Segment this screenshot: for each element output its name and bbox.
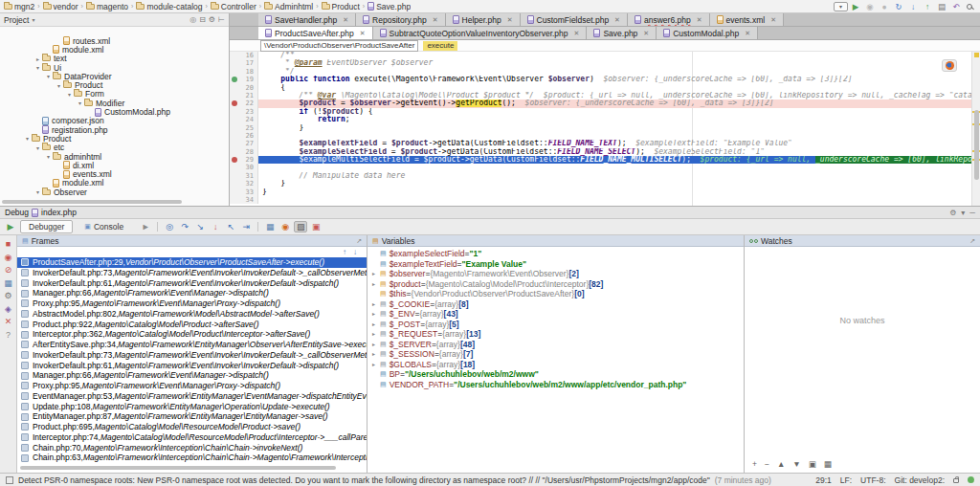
- editor-scrollbar-vertical[interactable]: [971, 52, 980, 206]
- close-tab-icon[interactable]: ✕: [697, 16, 702, 24]
- code-line-19[interactable]: 19 public function execute(\Magento\Fram…: [230, 76, 980, 83]
- search-icon[interactable]: [967, 4, 972, 10]
- expand-arrow-icon[interactable]: ▸: [372, 360, 380, 370]
- tool-window-toggle-icon[interactable]: [6, 476, 13, 484]
- breadcrumb-item-magento[interactable]: magento: [86, 2, 128, 11]
- coverage-disabled-icon[interactable]: ●: [878, 2, 891, 11]
- help-icon[interactable]: ?: [0, 329, 16, 342]
- restore-layout-icon[interactable]: ▦: [0, 277, 16, 291]
- frame-row[interactable]: EntityManager.php:87, Magento\Framework\…: [17, 411, 367, 422]
- variable-row-server[interactable]: ▸▤$_SERVER = {array} [48]: [368, 340, 744, 350]
- editor-breadcrumb-member[interactable]: execute: [423, 41, 457, 51]
- tree-toggle-icon[interactable]: ▾: [44, 73, 53, 79]
- tab-answer6-php[interactable]: answer6.php✕: [628, 13, 710, 26]
- mute-breakpoints-icon[interactable]: ⊘: [0, 264, 16, 277]
- tab-savehandler-php[interactable]: SaveHandler.php✕: [258, 13, 356, 26]
- variable-row-this[interactable]: ▤$this = {Vendor\Product\Observer\Produc…: [368, 289, 744, 299]
- expand-icon[interactable]: ↗: [356, 237, 362, 245]
- close-tab-icon[interactable]: ✕: [343, 16, 348, 24]
- frame-row[interactable]: InvokerDefault.php:61, Magento\Framework…: [17, 361, 367, 371]
- breadcrumb-item-vendor[interactable]: vendor: [43, 2, 78, 11]
- tree-item-etc[interactable]: ▾etc: [0, 144, 229, 152]
- expand-arrow-icon[interactable]: ▸: [372, 329, 380, 340]
- frame-row[interactable]: EventManager.php:53, Magento\Framework\E…: [17, 391, 367, 402]
- code-line-27[interactable]: 27 $exampleTextField = $product->getData…: [230, 140, 980, 147]
- expand-arrow-icon[interactable]: ▸: [372, 309, 380, 320]
- tree-toggle-icon[interactable]: ▾: [44, 153, 53, 160]
- gutter-line-28[interactable]: 28: [230, 148, 258, 156]
- move-down-icon[interactable]: ▼: [792, 459, 800, 469]
- tree-item-product[interactable]: ▾Product: [0, 80, 229, 89]
- breakpoint-icon[interactable]: [232, 100, 237, 106]
- code-line-26[interactable]: 26: [230, 132, 980, 140]
- expand-arrow-icon[interactable]: ▸: [372, 279, 380, 290]
- pin-icon[interactable]: ◈: [0, 303, 16, 317]
- caret-position-widget[interactable]: 29:1: [815, 475, 832, 485]
- variable-row-request[interactable]: ▸▤$_REQUEST = {array} [13]: [368, 329, 744, 340]
- tree-item-routes-xml[interactable]: routes.xml: [0, 36, 229, 45]
- update-project-icon[interactable]: ↻: [892, 2, 905, 11]
- frame-row[interactable]: InvokerDefault.php:73, Magento\Framework…: [17, 268, 367, 278]
- run-icon[interactable]: ▶: [849, 2, 862, 11]
- diff-icon[interactable]: ▤: [935, 2, 948, 11]
- expand-arrow-icon[interactable]: ▸: [372, 320, 380, 330]
- gutter-line-16[interactable]: 16: [230, 52, 258, 59]
- close-tab-icon[interactable]: ✕: [574, 30, 580, 37]
- close-tab-icon[interactable]: ✕: [507, 16, 513, 24]
- locate-icon[interactable]: ◎: [189, 15, 196, 24]
- variable-row-observer[interactable]: ▸▤$observer = {Magento\Framework\Event\O…: [368, 269, 744, 279]
- inspections-status-icon[interactable]: [968, 476, 974, 483]
- gutter-line-18[interactable]: 18: [230, 68, 258, 76]
- tree-item-dataprovider[interactable]: ▾DataProvider: [0, 72, 229, 80]
- variable-row-env[interactable]: ▸▤$_ENV = {array} [43]: [368, 309, 744, 320]
- tab-customfieldset-php[interactable]: CustomFieldset.php✕: [521, 13, 628, 26]
- frame-row[interactable]: AfterEntitySave.php:34, Magento\Framewor…: [17, 340, 367, 350]
- move-up-icon[interactable]: ▲: [777, 459, 785, 469]
- close-tab-icon[interactable]: ✕: [643, 30, 649, 37]
- tab-console[interactable]: ▣Console: [76, 220, 132, 233]
- mute-breakpoints-icon[interactable]: ▣: [309, 222, 323, 232]
- frame-row[interactable]: ProductSaveAfter.php:29, Vendor\Product\…: [17, 257, 367, 268]
- close-tab-icon[interactable]: ✕: [745, 30, 750, 37]
- tree-toggle-icon[interactable]: ▾: [33, 144, 42, 151]
- frame-row[interactable]: Chain.php:70, Magento\Framework\Intercep…: [17, 443, 367, 453]
- breadcrumb-item-controller[interactable]: Controller: [211, 2, 256, 11]
- hide-icon[interactable]: ⊢: [218, 15, 225, 24]
- status-message[interactable]: Detect PSR-0 namespace roots: New PSR-0 …: [18, 475, 710, 485]
- frame-row[interactable]: InvokerDefault.php:73, Magento\Framework…: [17, 350, 367, 361]
- restore-layout-icon[interactable]: ▦: [263, 222, 277, 232]
- tree-item-di-xml[interactable]: di.xml: [0, 161, 229, 169]
- vcs-commit-icon[interactable]: ↑: [921, 2, 934, 11]
- tree-item-ui[interactable]: ▾Ui: [0, 63, 229, 72]
- lock-icon[interactable]: [953, 478, 959, 483]
- tree-item-custommodal-php[interactable]: CustomModal.php: [0, 107, 229, 116]
- gutter-line-17[interactable]: 17: [230, 59, 258, 67]
- tree-item-composer-json[interactable]: composer.json: [0, 117, 229, 125]
- breadcrumb-item-product[interactable]: Product: [322, 2, 360, 11]
- method-breakpoint-icon[interactable]: [232, 77, 237, 82]
- gutter-line-34[interactable]: 34: [230, 196, 258, 204]
- variable-row-post[interactable]: ▸▤$_POST = {array} [5]: [368, 320, 744, 330]
- open-in-firefox-button[interactable]: [942, 59, 957, 72]
- frame-row[interactable]: Proxy.php:95, Magento\Framework\Event\Ma…: [17, 298, 367, 309]
- git-branch-widget[interactable]: Git: develop2:: [895, 475, 945, 485]
- expand-arrow-icon[interactable]: ▸: [372, 269, 380, 279]
- tree-toggle-icon[interactable]: ▸: [33, 55, 42, 62]
- copy-icon[interactable]: ▣: [809, 459, 816, 469]
- frame-row[interactable]: InvokerDefault.php:61, Magento\Framework…: [17, 278, 367, 289]
- code-line-33[interactable]: 33}: [230, 188, 980, 196]
- gutter-line-23[interactable]: 23: [230, 108, 258, 116]
- gutter-line-29[interactable]: 29: [230, 156, 258, 164]
- tab-repository-php[interactable]: Repository.php✕: [356, 13, 445, 26]
- gutter-line-21[interactable]: 21: [230, 92, 258, 99]
- variable-row-bp[interactable]: ▤BP = "/Users/uchuhlebov/web/m2/www": [368, 369, 744, 380]
- step-over-icon[interactable]: ↷: [178, 222, 191, 232]
- expand-arrow-icon[interactable]: ▸: [372, 299, 380, 310]
- variable-row-exampletextfield[interactable]: ▤$exampleTextField = "Example Value": [368, 259, 744, 270]
- tab-save-php[interactable]: Save.php✕: [587, 27, 657, 39]
- code-line-28[interactable]: 28 $exampleSelectField = $product->getDa…: [230, 148, 980, 156]
- frame-row[interactable]: Chain.php:63, Magento\Framework\Intercep…: [17, 453, 367, 463]
- scrollbar-thumb[interactable]: [20, 466, 336, 470]
- code-line-30[interactable]: 30: [230, 164, 980, 171]
- pin-icon[interactable]: ►: [139, 222, 152, 232]
